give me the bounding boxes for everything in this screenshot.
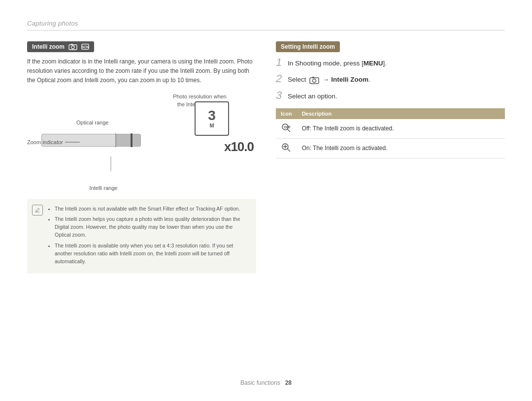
badge-label: Setting Intelli zoom	[281, 43, 335, 50]
main-content: Intelli zoom SCN If the zoom indicator i…	[27, 41, 505, 274]
svg-rect-15	[312, 77, 314, 78]
resolution-icon: 3 M	[195, 101, 229, 136]
svg-rect-7	[116, 134, 140, 146]
zoom-value: x10.0	[224, 139, 254, 154]
note-list: The Intelli zoom is not available with t…	[47, 205, 249, 266]
steps-list: 1 In Shooting mode, press [MENU]. 2 Sele…	[276, 57, 505, 101]
zoom-off-icon: OFF	[281, 123, 292, 133]
svg-text:SCN: SCN	[81, 45, 89, 49]
page-title: Capturing photos	[27, 20, 78, 27]
badge-label: Intelli zoom	[32, 43, 65, 50]
svg-rect-9	[131, 133, 133, 147]
annotation-optical: Optical range	[76, 120, 108, 125]
svg-point-1	[71, 46, 74, 49]
body-text: If the zoom indicator is in the Intelli …	[27, 57, 256, 86]
note-icon	[32, 205, 43, 216]
camera-icon	[68, 43, 77, 50]
step-3: 3 Select an option.	[276, 90, 505, 101]
option-table: Icon Description OFF	[276, 108, 505, 158]
description-off: Off: The Intelli zoom is deactivated.	[297, 119, 505, 139]
footer-text: Basic functions	[240, 379, 280, 386]
pencil-icon	[34, 207, 40, 213]
svg-text:OFF: OFF	[284, 125, 291, 129]
table-row: On: The Intelli zoom is activated.	[276, 138, 505, 158]
page-number: 28	[285, 379, 292, 386]
intelli-zoom-badge: Intelli zoom SCN	[27, 41, 94, 52]
table-body: OFF Off: The Intelli zoom is deactivated…	[276, 119, 505, 158]
intelli-line	[103, 156, 118, 171]
left-column: Intelli zoom SCN If the zoom indicator i…	[27, 41, 256, 274]
step-2: 2 Select → Intelli Zoom.	[276, 73, 505, 85]
step-number: 1	[276, 57, 285, 68]
svg-point-14	[313, 79, 316, 82]
camera-inline-icon	[309, 76, 319, 84]
step-text: Select → Intelli Zoom.	[288, 73, 370, 85]
note-item: The Intelli zoom is not available with t…	[55, 205, 249, 213]
svg-line-17	[287, 129, 290, 132]
annotation-intelli: Intelli range	[90, 185, 118, 191]
description-on: On: The Intelli zoom is activated.	[297, 138, 505, 158]
right-column: Setting Intelli zoom 1 In Shooting mode,…	[276, 41, 505, 158]
step-number: 2	[276, 73, 285, 84]
note-item: The Intelli zoom helps you capture a pho…	[55, 215, 249, 239]
step-1: 1 In Shooting mode, press [MENU].	[276, 57, 505, 68]
zoom-on-icon	[281, 142, 292, 153]
svg-rect-2	[71, 44, 73, 45]
svg-line-20	[287, 149, 290, 152]
step-text: Select an option.	[288, 90, 337, 101]
col-icon-header: Icon	[276, 108, 297, 119]
step-text: In Shooting mode, press [MENU].	[288, 57, 387, 68]
zoom-indicator-label: Zoom indicator	[27, 139, 80, 145]
note-box: The Intelli zoom is not available with t…	[27, 199, 256, 274]
step-number: 3	[276, 90, 285, 101]
icon-cell-on	[276, 138, 297, 158]
page-container: Capturing photos Intelli zoom SCN	[0, 0, 532, 401]
note-item: The Intelli zoom is available only when …	[55, 242, 249, 266]
table-row: OFF Off: The Intelli zoom is deactivated…	[276, 119, 505, 139]
scene-icon: SCN	[81, 43, 89, 50]
setting-intelli-zoom-badge: Setting Intelli zoom	[276, 41, 340, 52]
col-description-header: Description	[297, 108, 505, 119]
table-header: Icon Description	[276, 108, 505, 119]
diagram-area: Photo resolution when the Intelli zoom i…	[27, 93, 256, 191]
page-footer: Basic functions 28	[0, 379, 532, 386]
page-header: Capturing photos	[27, 20, 505, 31]
icon-cell-off: OFF	[276, 119, 297, 139]
